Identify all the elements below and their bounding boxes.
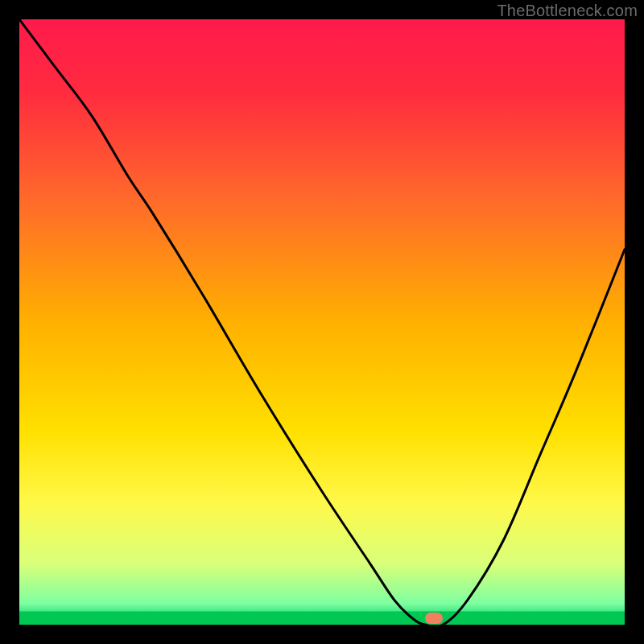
chart-svg: [19, 19, 625, 625]
optimal-point-marker: [425, 613, 443, 624]
plot-area: [19, 19, 625, 625]
gradient-rect: [19, 19, 625, 625]
green-band: [19, 611, 625, 625]
plot-border: [18, 18, 626, 626]
watermark-text: TheBottleneck.com: [497, 2, 638, 20]
chart-frame: TheBottleneck.com: [0, 0, 644, 644]
